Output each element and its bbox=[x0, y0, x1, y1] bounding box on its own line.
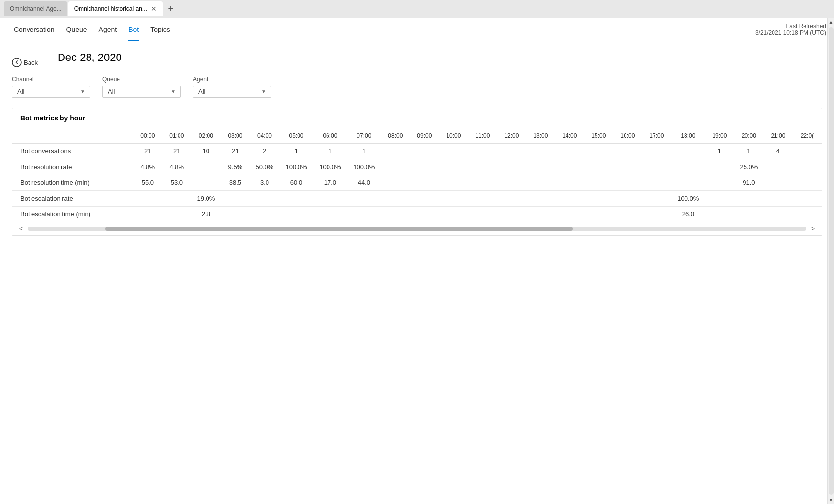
cell-value: 50.0% bbox=[250, 159, 279, 175]
cell-value: 9.5% bbox=[221, 159, 250, 175]
hour-header: 01:00 bbox=[162, 128, 191, 144]
nav-topics[interactable]: Topics bbox=[145, 18, 176, 41]
app-container: Conversation Queue Agent Bot Topics Last… bbox=[0, 18, 834, 504]
cell-value: 21 bbox=[133, 144, 162, 159]
cell-value bbox=[468, 159, 497, 175]
top-nav: Conversation Queue Agent Bot Topics Last… bbox=[0, 18, 834, 41]
cell-value bbox=[313, 191, 347, 207]
cell-value: 3.0 bbox=[250, 175, 279, 191]
cell-value bbox=[526, 159, 555, 175]
cell-value bbox=[613, 144, 642, 159]
row-label: Bot conversations bbox=[12, 144, 133, 159]
cell-value bbox=[381, 207, 410, 222]
cell-value bbox=[133, 207, 162, 222]
cell-value bbox=[410, 144, 439, 159]
scroll-bar-track[interactable] bbox=[28, 227, 806, 231]
cell-value bbox=[250, 207, 279, 222]
cell-value bbox=[555, 207, 584, 222]
queue-dropdown-arrow: ▼ bbox=[171, 89, 176, 94]
table-row: Bot escalation time (min)2.826.0 bbox=[12, 207, 822, 222]
scroll-left-arrow[interactable]: < bbox=[16, 224, 26, 233]
scrollbar-up-arrow[interactable]: ▲ bbox=[827, 18, 834, 26]
cell-value bbox=[439, 159, 468, 175]
nav-queue[interactable]: Queue bbox=[60, 18, 93, 41]
hour-header: 02:00 bbox=[191, 128, 221, 144]
cell-value: 4.8% bbox=[162, 159, 191, 175]
agent-select[interactable]: All ▼ bbox=[193, 86, 271, 98]
channel-filter: Channel All ▼ bbox=[12, 76, 90, 98]
cell-value bbox=[381, 175, 410, 191]
cell-value bbox=[221, 191, 250, 207]
scroll-right-arrow[interactable]: > bbox=[808, 224, 818, 233]
hour-header: 20:00 bbox=[734, 128, 764, 144]
cell-value bbox=[221, 207, 250, 222]
table-row: Bot resolution time (min)55.053.038.53.0… bbox=[12, 175, 822, 191]
nav-conversation[interactable]: Conversation bbox=[8, 18, 60, 41]
cell-value bbox=[468, 191, 497, 207]
cell-value bbox=[671, 144, 705, 159]
back-button[interactable]: Back bbox=[12, 58, 38, 67]
cell-value bbox=[381, 159, 410, 175]
cell-value bbox=[793, 191, 822, 207]
cell-value bbox=[381, 144, 410, 159]
queue-select[interactable]: All ▼ bbox=[102, 86, 181, 98]
hour-header: 21:00 bbox=[764, 128, 793, 144]
cell-value bbox=[526, 144, 555, 159]
cell-value: 25.0% bbox=[734, 159, 764, 175]
cell-value: 44.0 bbox=[347, 175, 381, 191]
cell-value bbox=[613, 159, 642, 175]
filters: Channel All ▼ Queue All ▼ Agent All ▼ bbox=[12, 76, 822, 98]
cell-value: 21 bbox=[162, 144, 191, 159]
cell-value bbox=[191, 159, 221, 175]
add-tab-button[interactable]: + bbox=[164, 2, 178, 16]
cell-value bbox=[764, 175, 793, 191]
cell-value bbox=[793, 207, 822, 222]
tab-omnichannel-historical[interactable]: Omnichannel historical an... ✕ bbox=[68, 1, 163, 16]
cell-value bbox=[313, 207, 347, 222]
cell-value: 38.5 bbox=[221, 175, 250, 191]
cell-value bbox=[642, 175, 671, 191]
cell-value bbox=[468, 144, 497, 159]
hour-header: 14:00 bbox=[555, 128, 584, 144]
scrollbar-down-arrow[interactable]: ▼ bbox=[827, 496, 834, 504]
hour-header: 22:0( bbox=[793, 128, 822, 144]
cell-value bbox=[642, 159, 671, 175]
cell-value: 1 bbox=[313, 144, 347, 159]
hour-header: 12:00 bbox=[497, 128, 526, 144]
cell-value: 53.0 bbox=[162, 175, 191, 191]
cell-value bbox=[162, 207, 191, 222]
cell-value bbox=[439, 191, 468, 207]
cell-value bbox=[705, 207, 734, 222]
right-scrollbar[interactable]: ▲ ▼ bbox=[827, 18, 834, 504]
hour-header: 11:00 bbox=[468, 128, 497, 144]
cell-value bbox=[764, 207, 793, 222]
table-row: Bot resolution rate4.8%4.8%9.5%50.0%100.… bbox=[12, 159, 822, 175]
table-row: Bot conversations212110212111114 bbox=[12, 144, 822, 159]
cell-value bbox=[734, 191, 764, 207]
table-header-empty bbox=[12, 128, 133, 144]
cell-value bbox=[497, 159, 526, 175]
channel-select[interactable]: All ▼ bbox=[12, 86, 90, 98]
scrollbar-track[interactable] bbox=[829, 27, 834, 495]
cell-value bbox=[497, 191, 526, 207]
metrics-card: Bot metrics by hour 00:0001:0002:0003:00… bbox=[12, 108, 822, 236]
cell-value: 91.0 bbox=[734, 175, 764, 191]
tab-omnichannel-agent[interactable]: Omnichannel Age... bbox=[4, 1, 67, 16]
cell-value bbox=[497, 207, 526, 222]
cell-value bbox=[347, 191, 381, 207]
cell-value bbox=[584, 175, 613, 191]
tab-close-icon[interactable]: ✕ bbox=[151, 5, 157, 13]
cell-value: 4.8% bbox=[133, 159, 162, 175]
cell-value: 2 bbox=[250, 144, 279, 159]
cell-value bbox=[793, 159, 822, 175]
page-title: Dec 28, 2020 bbox=[58, 51, 122, 64]
table-scroll-wrapper[interactable]: 00:0001:0002:0003:0004:0005:0006:0007:00… bbox=[12, 128, 822, 222]
svg-point-0 bbox=[12, 58, 21, 67]
nav-agent[interactable]: Agent bbox=[93, 18, 123, 41]
cell-value: 100.0% bbox=[671, 191, 705, 207]
cell-value bbox=[555, 159, 584, 175]
nav-bot[interactable]: Bot bbox=[122, 18, 145, 41]
hour-header: 07:00 bbox=[347, 128, 381, 144]
horizontal-scroll-controls: < > bbox=[12, 222, 822, 235]
agent-filter: Agent All ▼ bbox=[193, 76, 271, 98]
